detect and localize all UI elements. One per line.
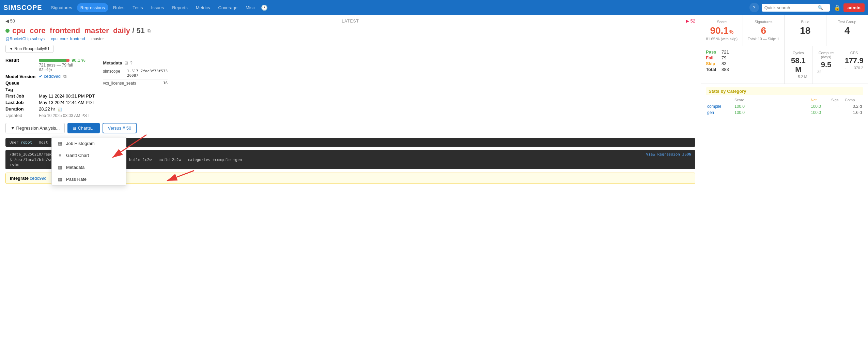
queue-value bbox=[39, 80, 95, 87]
duration-chart-icon[interactable]: 📊 bbox=[58, 107, 62, 111]
versus-button[interactable]: Versus # 50 bbox=[103, 123, 137, 133]
lock-icon: 🔒 bbox=[834, 4, 841, 11]
pass-value: 721 bbox=[722, 49, 729, 55]
score-col-header: Score bbox=[734, 98, 811, 102]
test-group-box: Test Group 4 bbox=[826, 15, 868, 46]
skip-label: Skip bbox=[706, 61, 719, 66]
pass-rate-item[interactable]: ▦ Pass Rate bbox=[52, 173, 126, 185]
signatures-box: Signatures 6 Total: 10 — Skip: 1 bbox=[743, 15, 785, 46]
cycles-stats: Cycles 58.1 M · 5.2 M Compute (days) 9.5… bbox=[785, 46, 868, 84]
view-json-link[interactable]: View Regression JSON bbox=[646, 152, 691, 157]
nav-tests[interactable]: Tests bbox=[129, 3, 146, 12]
histogram-icon: ▦ bbox=[57, 141, 63, 146]
copy-title-icon[interactable]: ⧉ bbox=[148, 28, 151, 34]
nav-issues[interactable]: Issues bbox=[148, 3, 168, 12]
fail-value: 79 bbox=[722, 55, 726, 60]
compute-sub: 32 bbox=[817, 70, 821, 74]
total-value: 883 bbox=[722, 67, 729, 72]
left-panel: ◀ 50 LATEST ▶ 52 cpu_core_frontend_maste… bbox=[0, 15, 701, 352]
cps-sub: 370.2 bbox=[854, 66, 863, 70]
cps-box: CPS 177.9 · 370.2 bbox=[840, 46, 868, 84]
stats-cat-title: Stats by Category bbox=[706, 87, 863, 95]
regression-analysis-button[interactable]: ▼ Regression Analysis... bbox=[5, 123, 65, 133]
cps-value: 177.9 bbox=[843, 56, 865, 65]
integrate-label: Integrate bbox=[10, 176, 29, 181]
cat-row-compile: compile 100.0 100.0 · 0.2 d bbox=[706, 103, 863, 109]
score-label: Score bbox=[704, 20, 739, 24]
nav-coverage[interactable]: Coverage bbox=[215, 3, 241, 12]
nav-rules[interactable]: Rules bbox=[110, 3, 128, 12]
title-row: cpu_core_frontend_master_daily / 51 ⧉ bbox=[5, 26, 695, 35]
result-pass: 721 pass — 79 fail bbox=[39, 63, 95, 68]
charts-button[interactable]: ▦ Charts... bbox=[67, 123, 99, 133]
action-buttons: ▼ Regression Analysis... ▦ Charts... Ver… bbox=[5, 123, 695, 133]
updated-value: Feb 10 2025 03:03 AM PST bbox=[39, 113, 95, 118]
copy-model-icon[interactable]: ⧉ bbox=[63, 74, 66, 79]
job-histogram-item[interactable]: ▦ Job Histogram bbox=[52, 137, 126, 149]
nav-metrics[interactable]: Metrics bbox=[192, 3, 214, 12]
duration-value: 28.22 hr 📊 bbox=[39, 106, 95, 113]
nav-signatures[interactable]: Signatures bbox=[48, 3, 76, 12]
score-sub: 81.65 % (with skip) bbox=[704, 37, 739, 41]
prev-run-button[interactable]: ◀ 50 bbox=[5, 18, 15, 24]
score-value: 90.1% bbox=[704, 25, 739, 36]
run-number: / 51 bbox=[132, 26, 145, 35]
model-version-value: ✔ cedc99d ⧉ bbox=[39, 74, 95, 80]
metadata-label: Metadata bbox=[103, 60, 122, 65]
compute-label: Compute (days) bbox=[816, 51, 837, 59]
subsys-link[interactable]: @RocketChip.subsys bbox=[5, 36, 45, 41]
cps-dot: · bbox=[845, 66, 846, 70]
admin-button[interactable]: admin bbox=[843, 3, 865, 12]
run-navigation: ◀ 50 LATEST ▶ 52 bbox=[5, 18, 695, 24]
search-icon: 🔍 bbox=[818, 5, 823, 10]
next-run-button[interactable]: ▶ 52 bbox=[686, 18, 695, 24]
duration-label: Duration bbox=[5, 106, 39, 113]
signatures-sub: Total: 10 — Skip: 1 bbox=[746, 37, 781, 41]
latest-label: LATEST bbox=[342, 19, 359, 24]
comp-col-header: Comp bbox=[845, 98, 862, 102]
integrate-link[interactable]: cedc99d bbox=[30, 176, 47, 181]
signatures-value: 6 bbox=[746, 25, 781, 36]
versus-label: Versus # 50 bbox=[108, 126, 131, 131]
group-link[interactable]: cpu_core_frontend bbox=[51, 36, 85, 41]
skip-value: 83 bbox=[722, 61, 726, 66]
navbar: SIMSCOPE Signatures Regressions Rules Te… bbox=[0, 0, 868, 15]
score-pct: % bbox=[729, 29, 733, 35]
updated-label: Updated bbox=[5, 113, 39, 118]
regression-analysis-label: ▼ Regression Analysis... bbox=[11, 126, 60, 131]
metadata-item[interactable]: ▦ Metadata bbox=[52, 161, 126, 173]
charts-icon: ▦ bbox=[73, 126, 76, 131]
cycles-dot: · bbox=[789, 75, 790, 79]
cat-row-gen: gen 100.0 100.0 · 1.6 d bbox=[706, 109, 863, 116]
clock-icon[interactable]: 🕐 bbox=[261, 4, 268, 11]
pass-rate-label: Pass Rate bbox=[66, 177, 87, 182]
cycles-box: Cycles 58.1 M · 5.2 M bbox=[785, 46, 812, 84]
metadata-icon: ▦ bbox=[57, 165, 63, 170]
metadata-row-simscope: simscope 1.517 7fae3f73f57320087 bbox=[103, 68, 168, 79]
metadata-item-label: Metadata bbox=[66, 165, 84, 170]
run-group-label: ▼ Run Group daily/51 bbox=[9, 46, 50, 51]
search-input[interactable] bbox=[764, 5, 816, 10]
charts-label: Charts... bbox=[78, 126, 94, 131]
build-label: Build bbox=[788, 20, 823, 24]
metadata-table-icon[interactable]: ⊞ bbox=[124, 60, 128, 65]
command-sim: +sim bbox=[10, 163, 19, 167]
model-hash-link[interactable]: cedc99d bbox=[44, 74, 61, 79]
run-group-button[interactable]: ▼ Run Group daily/51 bbox=[5, 45, 53, 53]
total-label: Total bbox=[706, 67, 719, 72]
metadata-help-icon[interactable]: ? bbox=[130, 60, 133, 65]
nav-regressions[interactable]: Regressions bbox=[77, 3, 108, 12]
help-button[interactable]: ? bbox=[749, 3, 759, 12]
last-job-value: May 13 2024 12:44 AM PDT bbox=[39, 100, 95, 106]
nav-reports[interactable]: Reports bbox=[169, 3, 191, 12]
queue-label: Queue bbox=[5, 80, 39, 87]
net-col-header: Net bbox=[811, 98, 831, 102]
gantt-chart-item[interactable]: ≡ Gantt Chart bbox=[52, 149, 126, 161]
test-group-value: 4 bbox=[830, 25, 865, 36]
compute-value: 9.5 bbox=[816, 60, 837, 69]
total-row: Total 883 bbox=[706, 67, 779, 72]
cps-label: CPS bbox=[843, 51, 865, 55]
nav-misc[interactable]: Misc bbox=[242, 3, 258, 12]
result-pct: 90.1 % bbox=[72, 58, 85, 63]
gantt-icon: ≡ bbox=[57, 153, 63, 158]
